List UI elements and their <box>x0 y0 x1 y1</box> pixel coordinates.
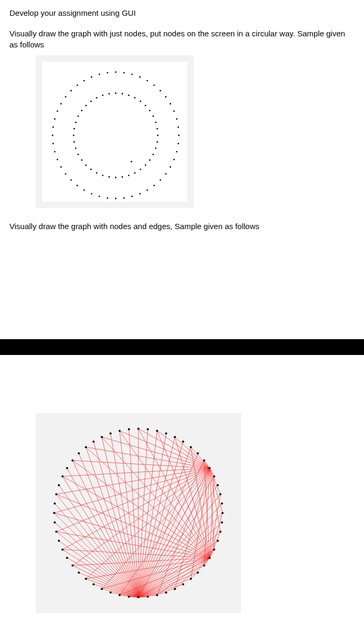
svg-point-45 <box>91 76 93 78</box>
svg-point-62 <box>149 160 150 161</box>
svg-point-69 <box>108 176 110 178</box>
svg-point-215 <box>221 521 223 524</box>
svg-point-5 <box>154 84 155 86</box>
svg-point-42 <box>70 90 72 92</box>
svg-point-204 <box>174 436 176 438</box>
svg-point-56 <box>155 122 157 123</box>
svg-point-25 <box>107 197 108 199</box>
svg-point-211 <box>217 484 219 486</box>
svg-point-82 <box>81 110 83 112</box>
svg-line-167 <box>63 477 210 558</box>
svg-point-227 <box>147 596 149 598</box>
svg-point-224 <box>174 588 176 590</box>
svg-point-26 <box>99 196 100 197</box>
svg-point-248 <box>72 459 74 461</box>
svg-line-196 <box>73 460 210 468</box>
svg-point-212 <box>219 493 221 495</box>
svg-point-233 <box>93 583 95 585</box>
svg-point-76 <box>75 147 77 149</box>
svg-point-88 <box>131 161 133 163</box>
svg-point-24 <box>115 198 117 200</box>
svg-line-106 <box>138 541 218 597</box>
svg-point-38 <box>54 118 56 120</box>
figure-nodes-only <box>36 55 194 208</box>
svg-point-30 <box>70 179 72 181</box>
svg-line-133 <box>59 485 138 597</box>
svg-point-67 <box>122 176 123 178</box>
paragraph-1: Visually draw the graph with just nodes,… <box>9 28 355 50</box>
whitespace <box>0 355 364 413</box>
figure-nodes-edges <box>36 413 241 613</box>
svg-point-14 <box>176 151 178 153</box>
svg-point-240 <box>55 531 57 533</box>
svg-point-33 <box>57 159 58 161</box>
svg-point-41 <box>65 96 66 98</box>
svg-point-72 <box>90 169 92 170</box>
svg-point-6 <box>159 90 161 92</box>
svg-point-239 <box>58 540 60 542</box>
svg-point-66 <box>128 175 129 176</box>
svg-point-49 <box>122 93 123 95</box>
svg-point-235 <box>78 571 80 574</box>
svg-point-53 <box>145 105 146 106</box>
svg-point-39 <box>57 111 58 112</box>
svg-point-253 <box>109 432 112 434</box>
svg-line-175 <box>191 447 210 468</box>
svg-point-237 <box>66 557 68 559</box>
svg-point-21 <box>139 193 141 194</box>
svg-point-249 <box>78 452 80 455</box>
svg-line-102 <box>138 503 222 597</box>
svg-point-28 <box>84 190 85 191</box>
svg-line-142 <box>119 431 138 597</box>
svg-point-29 <box>77 185 78 186</box>
svg-line-192 <box>56 468 209 532</box>
svg-point-208 <box>203 459 205 461</box>
svg-point-209 <box>208 467 210 469</box>
svg-line-128 <box>56 532 138 597</box>
page-separator <box>0 339 364 355</box>
svg-point-250 <box>85 446 87 448</box>
svg-line-135 <box>67 468 138 597</box>
svg-point-43 <box>77 84 78 86</box>
svg-point-51 <box>134 97 136 98</box>
svg-point-18 <box>159 179 161 181</box>
svg-point-73 <box>85 164 87 166</box>
svg-point-251 <box>93 441 95 443</box>
svg-line-101 <box>138 494 220 597</box>
svg-point-50 <box>128 95 129 96</box>
svg-point-86 <box>102 95 104 96</box>
svg-line-143 <box>129 429 138 597</box>
svg-point-12 <box>178 135 180 136</box>
svg-point-31 <box>65 173 66 175</box>
paragraph-2: Visually draw the graph with nodes and e… <box>9 221 355 232</box>
svg-point-54 <box>149 110 150 112</box>
svg-point-219 <box>208 557 210 559</box>
svg-point-81 <box>77 115 79 117</box>
svg-line-130 <box>54 513 138 597</box>
svg-point-228 <box>137 596 139 598</box>
svg-point-244 <box>55 493 57 495</box>
svg-point-84 <box>90 101 92 102</box>
svg-point-222 <box>190 578 192 580</box>
svg-point-71 <box>96 172 97 174</box>
svg-point-44 <box>84 80 85 82</box>
svg-point-236 <box>72 565 74 567</box>
whitespace <box>0 244 364 339</box>
svg-line-127 <box>59 541 138 597</box>
svg-point-58 <box>157 135 159 136</box>
svg-point-34 <box>54 151 56 153</box>
svg-point-217 <box>217 540 219 542</box>
svg-line-185 <box>157 468 210 595</box>
svg-point-64 <box>140 169 141 170</box>
svg-point-200 <box>137 428 139 430</box>
svg-point-226 <box>156 594 158 596</box>
svg-point-13 <box>178 143 179 144</box>
svg-point-47 <box>107 72 108 74</box>
svg-point-17 <box>165 173 167 175</box>
svg-point-35 <box>53 143 54 144</box>
svg-point-0 <box>115 72 117 73</box>
svg-point-1 <box>123 72 125 74</box>
svg-point-207 <box>197 452 199 455</box>
svg-point-7 <box>165 96 167 98</box>
svg-point-36 <box>52 135 54 136</box>
